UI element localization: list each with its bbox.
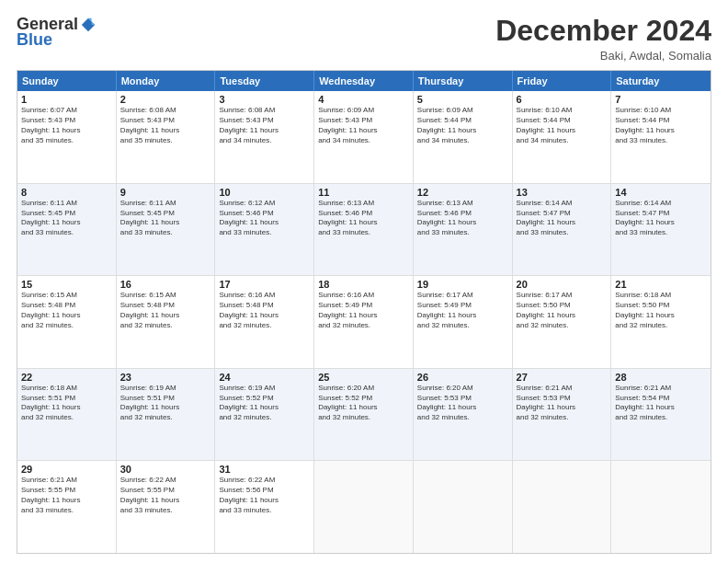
calendar-header-cell: Saturday [611, 71, 711, 91]
day-info: Sunrise: 6:19 AM Sunset: 5:51 PM Dayligh… [120, 384, 211, 423]
day-info: Sunrise: 6:15 AM Sunset: 5:48 PM Dayligh… [120, 291, 211, 330]
calendar: SundayMondayTuesdayWednesdayThursdayFrid… [17, 70, 711, 554]
day-number: 15 [21, 279, 112, 290]
day-info: Sunrise: 6:10 AM Sunset: 5:44 PM Dayligh… [615, 106, 707, 145]
calendar-cell: 14Sunrise: 6:14 AM Sunset: 5:47 PM Dayli… [611, 184, 711, 276]
day-number: 6 [517, 94, 608, 105]
day-info: Sunrise: 6:17 AM Sunset: 5:49 PM Dayligh… [417, 291, 508, 330]
day-number: 16 [120, 279, 211, 290]
day-number: 1 [21, 94, 112, 105]
day-number: 28 [615, 372, 707, 383]
location: Baki, Awdal, Somalia [495, 49, 711, 63]
calendar-cell: 24Sunrise: 6:19 AM Sunset: 5:52 PM Dayli… [215, 369, 314, 461]
day-info: Sunrise: 6:12 AM Sunset: 5:46 PM Dayligh… [219, 199, 310, 238]
calendar-header-cell: Tuesday [215, 71, 314, 91]
day-number: 23 [120, 372, 211, 383]
calendar-cell: 2Sunrise: 6:08 AM Sunset: 5:43 PM Daylig… [117, 91, 216, 183]
day-number: 14 [615, 187, 707, 198]
calendar-cell: 7Sunrise: 6:10 AM Sunset: 5:44 PM Daylig… [611, 91, 711, 183]
day-number: 17 [219, 279, 310, 290]
calendar-cell: 8Sunrise: 6:11 AM Sunset: 5:45 PM Daylig… [17, 184, 117, 276]
calendar-header-cell: Friday [513, 71, 612, 91]
day-number: 5 [417, 94, 508, 105]
day-info: Sunrise: 6:14 AM Sunset: 5:47 PM Dayligh… [517, 199, 608, 238]
calendar-cell: 22Sunrise: 6:18 AM Sunset: 5:51 PM Dayli… [17, 369, 117, 461]
day-number: 7 [615, 94, 707, 105]
calendar-cell: 26Sunrise: 6:20 AM Sunset: 5:53 PM Dayli… [414, 369, 513, 461]
calendar-header-cell: Thursday [414, 71, 513, 91]
day-info: Sunrise: 6:13 AM Sunset: 5:46 PM Dayligh… [318, 199, 409, 238]
day-number: 29 [21, 464, 112, 475]
day-info: Sunrise: 6:20 AM Sunset: 5:53 PM Dayligh… [417, 384, 508, 423]
day-info: Sunrise: 6:15 AM Sunset: 5:48 PM Dayligh… [21, 291, 112, 330]
day-number: 27 [517, 372, 608, 383]
logo-blue: Blue [17, 30, 52, 50]
day-number: 10 [219, 187, 310, 198]
calendar-cell: 27Sunrise: 6:21 AM Sunset: 5:53 PM Dayli… [513, 369, 612, 461]
month-title: December 2024 [495, 15, 711, 47]
day-number: 3 [219, 94, 310, 105]
day-number: 2 [120, 94, 211, 105]
calendar-header-cell: Wednesday [314, 71, 414, 91]
day-info: Sunrise: 6:20 AM Sunset: 5:52 PM Dayligh… [318, 384, 409, 423]
header: General Blue December 2024 Baki, Awdal, … [17, 15, 711, 63]
day-info: Sunrise: 6:11 AM Sunset: 5:45 PM Dayligh… [21, 199, 112, 238]
calendar-cell: 28Sunrise: 6:21 AM Sunset: 5:54 PM Dayli… [611, 369, 711, 461]
day-info: Sunrise: 6:08 AM Sunset: 5:43 PM Dayligh… [120, 106, 211, 145]
day-number: 25 [318, 372, 409, 383]
calendar-cell: 4Sunrise: 6:09 AM Sunset: 5:43 PM Daylig… [314, 91, 414, 183]
calendar-cell: 18Sunrise: 6:16 AM Sunset: 5:49 PM Dayli… [314, 276, 414, 368]
logo-icon [80, 17, 97, 33]
day-number: 13 [517, 187, 608, 198]
calendar-cell: 3Sunrise: 6:08 AM Sunset: 5:43 PM Daylig… [215, 91, 314, 183]
calendar-cell [611, 461, 711, 553]
day-info: Sunrise: 6:08 AM Sunset: 5:43 PM Dayligh… [219, 106, 310, 145]
calendar-cell: 13Sunrise: 6:14 AM Sunset: 5:47 PM Dayli… [513, 184, 612, 276]
calendar-cell: 31Sunrise: 6:22 AM Sunset: 5:56 PM Dayli… [215, 461, 314, 553]
day-info: Sunrise: 6:21 AM Sunset: 5:55 PM Dayligh… [21, 476, 112, 515]
calendar-cell: 6Sunrise: 6:10 AM Sunset: 5:44 PM Daylig… [513, 91, 612, 183]
day-number: 12 [417, 187, 508, 198]
calendar-cell: 11Sunrise: 6:13 AM Sunset: 5:46 PM Dayli… [314, 184, 414, 276]
calendar-header: SundayMondayTuesdayWednesdayThursdayFrid… [17, 71, 711, 91]
calendar-cell: 15Sunrise: 6:15 AM Sunset: 5:48 PM Dayli… [17, 276, 117, 368]
day-info: Sunrise: 6:09 AM Sunset: 5:43 PM Dayligh… [318, 106, 409, 145]
calendar-row: 22Sunrise: 6:18 AM Sunset: 5:51 PM Dayli… [17, 368, 711, 461]
day-number: 30 [120, 464, 211, 475]
day-info: Sunrise: 6:18 AM Sunset: 5:51 PM Dayligh… [21, 384, 112, 423]
day-info: Sunrise: 6:16 AM Sunset: 5:48 PM Dayligh… [219, 291, 310, 330]
day-info: Sunrise: 6:19 AM Sunset: 5:52 PM Dayligh… [219, 384, 310, 423]
day-number: 4 [318, 94, 409, 105]
calendar-cell: 17Sunrise: 6:16 AM Sunset: 5:48 PM Dayli… [215, 276, 314, 368]
day-number: 18 [318, 279, 409, 290]
day-info: Sunrise: 6:07 AM Sunset: 5:43 PM Dayligh… [21, 106, 112, 145]
calendar-cell: 5Sunrise: 6:09 AM Sunset: 5:44 PM Daylig… [414, 91, 513, 183]
calendar-cell: 19Sunrise: 6:17 AM Sunset: 5:49 PM Dayli… [414, 276, 513, 368]
day-number: 26 [417, 372, 508, 383]
day-info: Sunrise: 6:22 AM Sunset: 5:55 PM Dayligh… [120, 476, 211, 515]
logo: General Blue [17, 15, 97, 50]
calendar-cell: 10Sunrise: 6:12 AM Sunset: 5:46 PM Dayli… [215, 184, 314, 276]
day-number: 22 [21, 372, 112, 383]
day-info: Sunrise: 6:09 AM Sunset: 5:44 PM Dayligh… [417, 106, 508, 145]
calendar-cell: 29Sunrise: 6:21 AM Sunset: 5:55 PM Dayli… [17, 461, 117, 553]
calendar-row: 8Sunrise: 6:11 AM Sunset: 5:45 PM Daylig… [17, 183, 711, 276]
calendar-cell [414, 461, 513, 553]
day-info: Sunrise: 6:14 AM Sunset: 5:47 PM Dayligh… [615, 199, 707, 238]
calendar-row: 15Sunrise: 6:15 AM Sunset: 5:48 PM Dayli… [17, 275, 711, 368]
day-info: Sunrise: 6:13 AM Sunset: 5:46 PM Dayligh… [417, 199, 508, 238]
day-info: Sunrise: 6:21 AM Sunset: 5:54 PM Dayligh… [615, 384, 707, 423]
day-info: Sunrise: 6:18 AM Sunset: 5:50 PM Dayligh… [615, 291, 707, 330]
calendar-header-cell: Monday [117, 71, 216, 91]
calendar-cell: 9Sunrise: 6:11 AM Sunset: 5:45 PM Daylig… [117, 184, 216, 276]
calendar-cell: 1Sunrise: 6:07 AM Sunset: 5:43 PM Daylig… [17, 91, 117, 183]
day-info: Sunrise: 6:10 AM Sunset: 5:44 PM Dayligh… [517, 106, 608, 145]
calendar-cell: 30Sunrise: 6:22 AM Sunset: 5:55 PM Dayli… [117, 461, 216, 553]
calendar-header-cell: Sunday [17, 71, 117, 91]
day-number: 19 [417, 279, 508, 290]
day-info: Sunrise: 6:16 AM Sunset: 5:49 PM Dayligh… [318, 291, 409, 330]
calendar-body: 1Sunrise: 6:07 AM Sunset: 5:43 PM Daylig… [17, 91, 711, 553]
calendar-cell [314, 461, 414, 553]
day-info: Sunrise: 6:17 AM Sunset: 5:50 PM Dayligh… [517, 291, 608, 330]
day-number: 9 [120, 187, 211, 198]
